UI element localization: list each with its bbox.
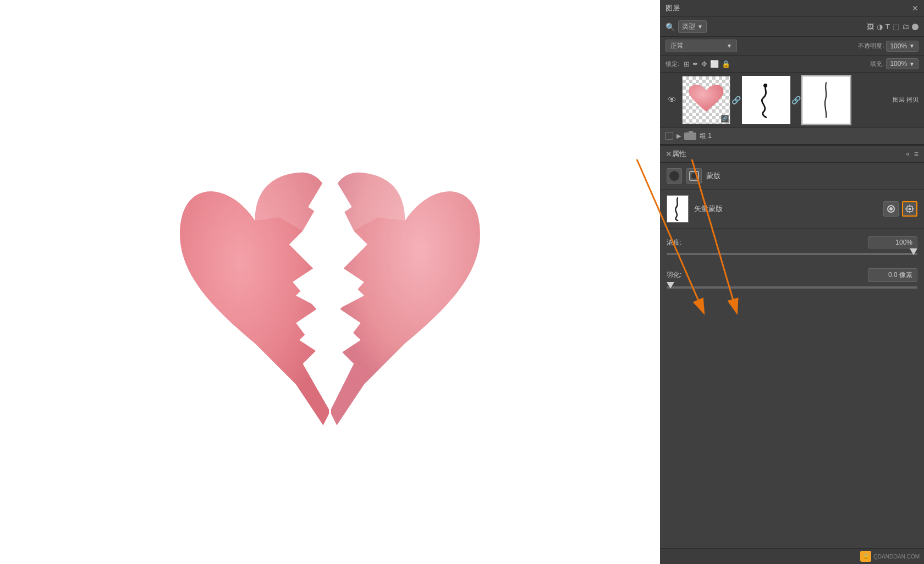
wavy-line-thumbnail	[747, 81, 785, 119]
layer-item[interactable]: 👁	[660, 73, 924, 128]
filter-icons-row: 🖼 ◑ T ⬚ 🗂	[867, 23, 919, 31]
svg-point-7	[889, 207, 893, 211]
right-panel: 图层 ✕ 🔍 类型 ▼ 🖼 ◑ T ⬚ 🗂	[660, 0, 924, 564]
opacity-value-control[interactable]: 100% ▼	[886, 41, 919, 52]
chevron-down-icon: ▼	[697, 24, 703, 30]
fill-value-control[interactable]: 100% ▼	[886, 58, 919, 69]
shape-thumbnail-container	[802, 76, 850, 124]
layer-text-label: 图层 拷贝	[893, 96, 919, 104]
watermark-text: QDANDOAN.COM	[873, 554, 920, 560]
watermark-footer: 🔒 QDANDOAN.COM	[660, 548, 924, 564]
add-pixel-mask-button[interactable]	[667, 168, 682, 184]
properties-panel: ✕ 属性 « ≡ 蒙版	[660, 145, 924, 564]
density-slider-thumb[interactable]	[910, 248, 917, 255]
fill-label: 填充:	[870, 60, 884, 68]
filter-shape-icon[interactable]: ⬚	[893, 23, 899, 31]
chevron-down-icon: ▼	[909, 43, 915, 49]
layers-close-button[interactable]: ✕	[912, 4, 919, 12]
chevron-down-icon: ▼	[909, 61, 915, 67]
feather-slider-thumb[interactable]	[667, 282, 674, 289]
group-checkbox[interactable]	[666, 132, 673, 140]
layer-visibility-toggle[interactable]: 👁	[666, 95, 679, 105]
properties-panel-title: 属性	[672, 149, 686, 159]
blend-mode-dropdown[interactable]: 正常 ▼	[666, 40, 737, 52]
lock-paint-icon[interactable]: ✒	[692, 60, 698, 68]
lock-move-icon[interactable]: ✥	[701, 60, 707, 68]
layers-panel-title: 图层	[666, 3, 680, 13]
chain-link-icon-2: 🔗	[790, 96, 802, 104]
filter-image-icon[interactable]: 🖼	[867, 23, 874, 31]
filter-type-dropdown[interactable]: 类型 ▼	[678, 20, 707, 33]
layers-panel: 图层 ✕ 🔍 类型 ▼ 🖼 ◑ T ⬚ 🗂	[660, 0, 924, 145]
fill-group: 填充: 100% ▼	[870, 58, 919, 69]
group-folder-icon	[684, 131, 696, 141]
density-slider-row	[660, 252, 924, 261]
vector-mask-buttons	[883, 201, 917, 217]
density-row: 浓度: 100%	[660, 229, 924, 252]
filter-text-icon[interactable]: T	[886, 23, 890, 31]
main-layer-thumbnail[interactable]: 🔗	[682, 76, 730, 124]
filter-mode-indicator	[912, 24, 919, 30]
vector-mask-row: 矢量蒙版	[660, 190, 924, 229]
mask-thumbnail-container	[742, 76, 790, 124]
add-vector-mask-button[interactable]	[686, 168, 702, 184]
lock-artboard-icon[interactable]: ⬜	[710, 60, 719, 68]
feather-slider-track[interactable]	[667, 286, 917, 289]
layers-titlebar: 图层 ✕	[660, 0, 924, 17]
mask-feather-button[interactable]	[902, 201, 917, 217]
vector-mask-label: 矢量蒙版	[694, 204, 878, 214]
layer-label-area: 图层 拷贝	[893, 96, 919, 104]
lock-all-icon[interactable]: 🔒	[722, 60, 730, 68]
filter-smart-icon[interactable]: 🗂	[902, 23, 909, 31]
opacity-group: 不透明度: 100% ▼	[858, 41, 919, 52]
heart-thumbnail-svg	[687, 81, 725, 119]
mask-thumbnail[interactable]	[742, 76, 790, 124]
lock-transparency-icon[interactable]: ⊞	[684, 60, 690, 68]
feather-row: 羽化: 0.0 像素	[660, 261, 924, 285]
mask-density-button[interactable]	[883, 201, 899, 217]
properties-spacer	[660, 294, 924, 548]
vector-mask-thumbnail[interactable]	[667, 195, 689, 223]
filter-adjustment-icon[interactable]: ◑	[877, 23, 883, 31]
group-row[interactable]: ▶ 组 1	[660, 128, 924, 145]
vector-mask-icon	[689, 171, 699, 181]
group-name-label: 组 1	[700, 131, 712, 141]
properties-close-button[interactable]: ✕	[666, 150, 672, 158]
chevron-down-icon: ▼	[727, 43, 732, 49]
density-label: 浓度:	[667, 238, 694, 247]
star-button-icon	[905, 204, 914, 213]
svg-point-0	[763, 83, 767, 87]
layer-thumbnails: 🔗 🔗	[682, 76, 889, 124]
lock-label: 锁定:	[666, 60, 679, 68]
lock-row: 锁定: ⊞ ✒ ✥ ⬜ 🔒 填充: 100% ▼	[660, 56, 924, 73]
canvas-area	[0, 0, 660, 564]
eye-icon: 👁	[668, 95, 676, 105]
density-value-input[interactable]: 100%	[868, 236, 917, 248]
svg-rect-9	[909, 208, 911, 210]
shape-thumbnail[interactable]	[802, 76, 850, 124]
main-thumbnail-container: 🔗	[682, 76, 730, 124]
layer-item-wrapper: 👁	[660, 73, 924, 128]
feather-label: 羽化:	[667, 270, 694, 280]
straight-line-thumbnail	[807, 81, 845, 119]
svg-rect-2	[684, 132, 696, 140]
watermark-logo-icon: 🔒	[860, 551, 871, 562]
properties-menu-icon[interactable]: ≡	[914, 150, 919, 158]
group-arrow-icon[interactable]: ▶	[676, 132, 681, 140]
properties-collapse-icon[interactable]: «	[906, 150, 910, 158]
broken-heart-illustration	[160, 112, 501, 452]
feather-slider-row	[660, 285, 924, 294]
opacity-label: 不透明度:	[858, 42, 884, 50]
svg-point-4	[691, 173, 697, 179]
chain-link-icon: 🔗	[730, 96, 742, 104]
feather-value-input[interactable]: 0.0 像素	[868, 268, 917, 282]
search-icon: 🔍	[666, 23, 675, 31]
properties-titlebar: ✕ 属性 « ≡	[660, 146, 924, 163]
circle-button-icon	[887, 204, 895, 213]
mask-label: 蒙版	[706, 171, 721, 181]
lock-icons: ⊞ ✒ ✥ ⬜ 🔒	[684, 60, 730, 68]
pixel-mask-icon	[669, 171, 679, 181]
thumb-link-overlay: 🔗	[721, 115, 729, 123]
density-slider-track[interactable]	[667, 253, 917, 255]
layers-filter-toolbar: 🔍 类型 ▼ 🖼 ◑ T ⬚ 🗂	[660, 17, 924, 37]
